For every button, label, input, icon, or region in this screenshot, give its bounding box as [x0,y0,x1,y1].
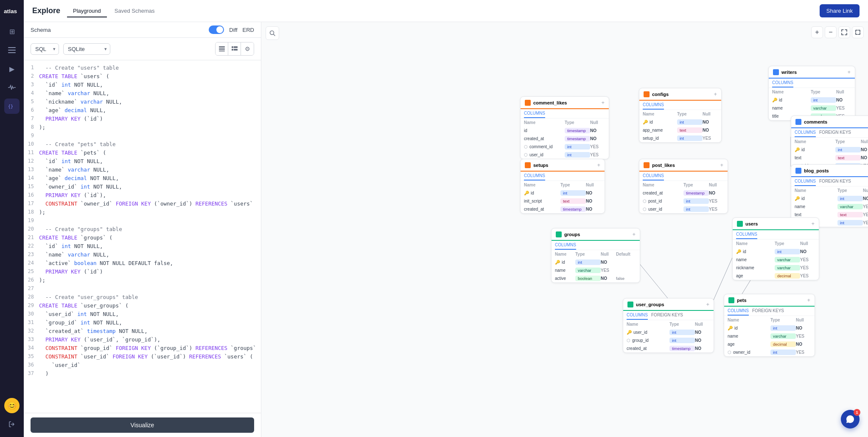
visualize-button[interactable]: Visualize [31,417,254,433]
expand-icon[interactable]: + [632,231,636,237]
tab-columns[interactable]: COLUMNS [728,308,749,316]
zoom-fullscreen-btn[interactable] [852,26,864,38]
col-headers: NameTypeNull [639,110,721,118]
dialect-selector[interactable]: SQLite MySQL PostgreSQL MariaDB [63,43,110,55]
expand-icon[interactable]: + [597,162,600,168]
table-row: name varchar YES [769,104,855,112]
erd-table-setups[interactable]: setups + COLUMNS NameTypeNull 🔑id int NO… [520,159,605,214]
tab-foreign-keys[interactable]: FOREIGN KEYS [752,308,784,316]
expand-icon[interactable]: + [807,297,810,303]
code-line-31: 31 `group_id` int NOT NULL, [24,319,261,327]
zoom-in-btn[interactable]: + [811,26,823,38]
chat-badge: 1 [854,409,860,416]
view-list-btn[interactable] [228,42,241,55]
code-line-8: 8 ); [24,123,261,132]
view-table-btn[interactable] [216,42,228,55]
chat-bubble[interactable]: 1 [841,410,860,429]
expand-icon[interactable]: + [847,69,851,75]
code-line-18: 18 ); [24,208,261,217]
erd-table-writers[interactable]: writers + COLUMNS NameTypeNull 🔑id int N… [768,66,855,121]
col-headers: NameTypeNull [724,316,815,324]
language-select[interactable]: SQL HCL [31,43,59,55]
table-row: setup_id int YES [639,134,721,142]
zoom-fit-btn[interactable] [838,26,850,38]
erd-table-post-likes[interactable]: post_likes + COLUMNS NameTypeNull create… [639,159,728,214]
zoom-out-btn[interactable]: − [825,26,837,38]
tab-columns[interactable]: COLUMNS [524,111,545,118]
language-selector[interactable]: SQL HCL [31,43,59,55]
svg-text:{}: {} [8,104,13,109]
sidebar-icon-dashboard[interactable]: ⊞ [4,24,20,39]
user-avatar[interactable]: 😊 [4,398,20,413]
code-line-28: 28 -- Create "user_groups" table [24,293,261,302]
diff-toggle[interactable] [209,25,224,34]
sidebar-icon-api[interactable]: {} [4,99,20,114]
table-tabs: COLUMNS FOREIGN KEYS [623,311,714,320]
code-line-1: 1 -- Create "users" table [24,64,261,72]
tab-columns[interactable]: COLUMNS [524,173,545,180]
table-row: 🔑id int NO [724,324,815,332]
erd-search-btn[interactable] [266,26,279,40]
tab-columns[interactable]: COLUMNS [795,130,816,137]
table-row: ⬡owner_id int YES [724,348,815,356]
table-header-pets: pets + [724,294,815,307]
tab-columns[interactable]: COLUMNS [736,232,757,239]
table-icon [644,162,650,168]
erd-table-comments[interactable]: comments + COLUMNS FOREIGN KEYS NameType… [791,116,868,170]
expand-icon[interactable]: + [714,91,717,97]
code-line-16: 16 PRIMARY KEY (`id`), [24,191,261,200]
settings-btn[interactable]: ⚙ [241,42,254,55]
tab-foreign-keys[interactable]: FOREIGN KEYS [819,179,851,186]
expand-icon[interactable]: + [720,162,723,168]
col-headers: NameTypeNull [769,88,855,96]
tab-columns[interactable]: COLUMNS [772,80,793,87]
erd-table-comment-likes[interactable]: comment_likes + COLUMNS NameTypeNull id … [520,96,609,159]
code-editor[interactable]: 1 -- Create "users" table 2 CREATE TABLE… [24,60,261,413]
code-line-30: 30 `user_id` int NOT NULL, [24,310,261,319]
sidebar-icon-play[interactable]: ▶ [4,61,20,76]
tab-columns[interactable]: COLUMNS [555,242,576,250]
code-line-5: 5 `nickname` varchar NULL, [24,98,261,106]
table-name: pets [737,298,807,303]
svg-rect-9 [234,46,238,48]
logout-icon[interactable] [4,417,20,432]
table-icon [795,168,801,174]
expand-icon[interactable]: + [811,220,815,227]
tab-foreign-keys[interactable]: FOREIGN KEYS [819,130,851,137]
tab-columns[interactable]: COLUMNS [643,173,664,180]
table-name: comments [804,119,868,124]
col-headers: NameTypeNull [623,320,714,328]
sidebar-icon-activity[interactable] [4,80,20,95]
tab-columns[interactable]: COLUMNS [795,179,816,186]
erd-table-groups[interactable]: groups + COLUMNS NameTypeNullDefault 🔑id… [551,228,640,283]
table-tabs: COLUMNS FOREIGN KEYS [791,177,868,186]
expand-icon[interactable]: + [601,99,605,106]
table-row: name varchar YES [724,332,815,340]
erd-toolbar [266,26,279,40]
share-button[interactable]: Share Link [820,4,860,17]
col-headers: NameTypeNull [521,118,609,127]
erd-table-users[interactable]: users + COLUMNS NameTypeNull 🔑id int NO … [732,217,819,280]
table-tabs: COLUMNS [769,79,855,88]
code-line-19: 19 [24,217,261,225]
table-row: age decimal NO [724,340,815,348]
erd-table-configs[interactable]: configs + COLUMNS NameTypeNull 🔑id int N… [639,88,722,143]
table-row: name varchar YES [733,256,819,264]
code-line-35: 35 CONSTRAINT `user_id` FOREIGN KEY (`us… [24,352,261,361]
page-title: Explore [32,6,60,15]
table-row: 🔑user_id int NO [623,328,714,336]
sidebar-icon-layers[interactable] [4,42,20,58]
dialect-select[interactable]: SQLite MySQL PostgreSQL MariaDB [63,43,110,55]
erd-table-pets[interactable]: pets + COLUMNS FOREIGN KEYS NameTypeNull… [724,294,815,357]
diff-label: Diff [229,27,237,33]
tab-foreign-keys[interactable]: FOREIGN KEYS [651,313,683,320]
tab-columns[interactable]: COLUMNS [643,102,664,110]
tab-saved-schemas[interactable]: Saved Schemas [109,5,161,17]
table-row: 🔑id int NO [791,146,868,154]
erd-panel[interactable]: + − [261,22,868,437]
svg-text:atlas: atlas [4,8,17,14]
erd-table-user-groups[interactable]: user_groups + COLUMNS FOREIGN KEYS NameT… [623,298,714,353]
tab-columns[interactable]: COLUMNS [627,313,648,320]
tab-playground[interactable]: Playground [67,5,107,17]
expand-icon[interactable]: + [706,301,709,307]
